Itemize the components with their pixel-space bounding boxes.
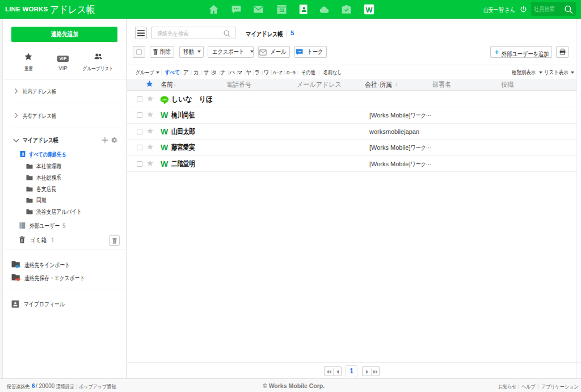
svg-text:LINE: LINE — [162, 98, 167, 100]
svg-text:31: 31 — [279, 7, 285, 13]
svg-text:W: W — [366, 6, 373, 14]
